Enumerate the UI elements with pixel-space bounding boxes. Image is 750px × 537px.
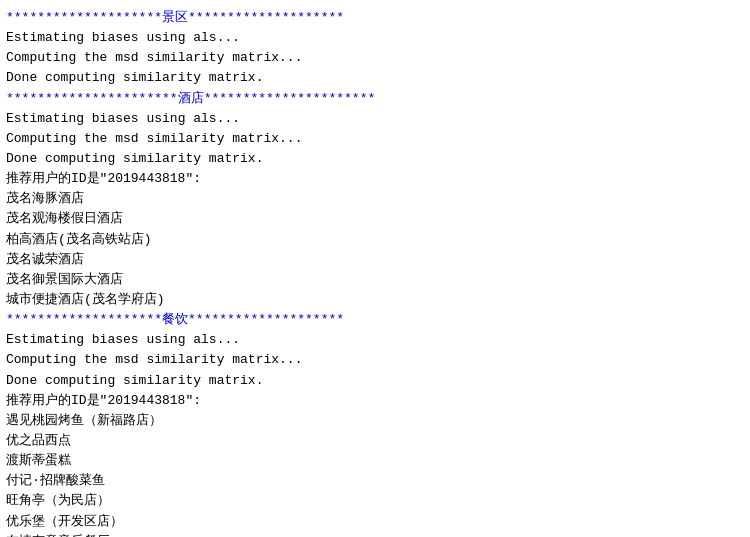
terminal-line: 推荐用户的ID是"2019443818": [6, 391, 744, 411]
terminal-line: 茂名诚荣酒店 [6, 250, 744, 270]
terminal-line: **********************酒店****************… [6, 89, 744, 109]
terminal-line: Done computing similarity matrix. [6, 68, 744, 88]
terminal-line: Done computing similarity matrix. [6, 371, 744, 391]
terminal-line: 城市便捷酒店(茂名学府店) [6, 290, 744, 310]
terminal-line: ********************餐饮******************… [6, 310, 744, 330]
terminal-line: 优乐堡（开发区店） [6, 512, 744, 532]
terminal-line: Done computing similarity matrix. [6, 149, 744, 169]
terminal-line: Estimating biases using als... [6, 109, 744, 129]
terminal-line: 付记·招牌酸菜鱼 [6, 471, 744, 491]
terminal-line: Estimating biases using als... [6, 330, 744, 350]
terminal-line: Computing the msd similarity matrix... [6, 129, 744, 149]
terminal-line: 友情有意音乐餐厅 [6, 532, 744, 537]
terminal-line: Computing the msd similarity matrix... [6, 48, 744, 68]
terminal-line: ********************景区******************… [6, 8, 744, 28]
terminal-line: 优之品西点 [6, 431, 744, 451]
terminal-line: 茂名御景国际大酒店 [6, 270, 744, 290]
terminal-line: 茂名海豚酒店 [6, 189, 744, 209]
terminal-line: 推荐用户的ID是"2019443818": [6, 169, 744, 189]
terminal-line: 遇见桃园烤鱼（新福路店） [6, 411, 744, 431]
terminal-line: 柏高酒店(茂名高铁站店) [6, 230, 744, 250]
terminal-line: Estimating biases using als... [6, 28, 744, 48]
terminal-line: 旺角亭（为民店） [6, 491, 744, 511]
terminal-line: 渡斯蒂蛋糕 [6, 451, 744, 471]
terminal-output: ********************景区******************… [0, 0, 750, 537]
terminal-line: 茂名观海楼假日酒店 [6, 209, 744, 229]
terminal-line: Computing the msd similarity matrix... [6, 350, 744, 370]
